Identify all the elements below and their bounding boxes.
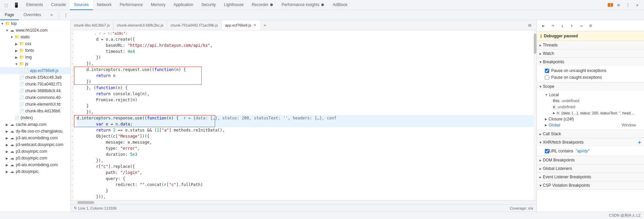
- tab-application[interactable]: Application: [169, 0, 197, 10]
- tab-recorder[interactable]: Recorder ⏺: [248, 0, 278, 10]
- source-tab-more[interactable]: »: [261, 20, 269, 30]
- paused-icon: ℹ: [540, 33, 542, 39]
- tree-item-chunk3[interactable]: 📄 chunk-3688b8c9.44.: [0, 87, 70, 94]
- event-listener-header[interactable]: ▶ Event Listener Breakpoints: [537, 173, 644, 181]
- pause-uncaught-row[interactable]: Pause on uncaught exceptions: [542, 67, 639, 74]
- step-btn[interactable]: →: [577, 22, 585, 30]
- scope-header[interactable]: ▼ Scope: [537, 82, 644, 90]
- vscroll-thumb[interactable]: [534, 34, 536, 54]
- tree-item-chunk5[interactable]: 📄 chunk-elementUI.fd:: [0, 101, 70, 108]
- tree-item-www[interactable]: ▼ ☁ www.hh1024.com: [0, 27, 70, 34]
- xhr-item-row[interactable]: URL contains "api/dy": [542, 148, 639, 154]
- scope-n-key: n:: [557, 111, 560, 115]
- tab-lighthouse[interactable]: Lighthouse: [220, 0, 248, 10]
- inspect-icon[interactable]: ⬚: [1, 0, 11, 10]
- dom-breakpoints-header[interactable]: ▶ DOM Breakpoints: [537, 156, 644, 164]
- watch-section: ▶ Watch: [537, 49, 644, 58]
- scope-this-row: this: undefined: [550, 98, 639, 104]
- tree-item-app-js[interactable]: 📄 app.ecf766e9.js: [0, 67, 70, 74]
- tree-item-chunk6[interactable]: 📄 chunk-libs.4d136b6: [0, 108, 70, 114]
- breakpoints-arrow: ▼: [539, 60, 541, 64]
- tab-memory[interactable]: Memory: [147, 0, 169, 10]
- threads-header[interactable]: ▶ Threads: [537, 41, 644, 49]
- local-scope-header[interactable]: ▼ Local: [542, 92, 639, 98]
- split-editor-btn[interactable]: ⊟: [526, 21, 534, 29]
- tab-console[interactable]: Console: [47, 0, 70, 10]
- file-icon-chunk5: 📄: [19, 102, 24, 107]
- more-options-btn[interactable]: ⋮: [62, 11, 70, 19]
- scope-n-row[interactable]: ▶ n: {data: {…}, status: 200, statusText…: [550, 110, 639, 116]
- source-tab-elementui[interactable]: chunk-elementUI.fd9fc2bc.js: [113, 20, 167, 30]
- hscroll-thumb[interactable]: [77, 201, 94, 204]
- tree-item-js[interactable]: ▼ 📁 js: [0, 61, 70, 67]
- csdn-footer-label: CSDN @局外人.LZ: [609, 213, 641, 218]
- step-out-btn[interactable]: ↑: [568, 22, 576, 30]
- settings-icon[interactable]: ⚙: [614, 1, 622, 9]
- xhr-add-btn[interactable]: +: [638, 139, 641, 145]
- device-icon[interactable]: 📱: [11, 0, 21, 10]
- source-tab-791[interactable]: chunk-791a0492.f71ac99b.js: [167, 20, 222, 30]
- call-stack-section: ▶ Call Stack: [537, 130, 644, 138]
- code-editor[interactable]: - - - - - - - - - - - - - - - - -: [71, 30, 536, 200]
- source-tab-close-app[interactable]: ✕: [252, 23, 257, 28]
- tree-item-chunk1[interactable]: 📄 chunk-1f34cc48.3a9: [0, 74, 70, 81]
- deactivate-btn[interactable]: ⊘: [587, 22, 595, 30]
- pause-caught-checkbox[interactable]: [545, 75, 549, 80]
- tree-label-p3web: p3-webcast.douyinpic.com: [16, 142, 63, 147]
- tree-item-amap[interactable]: ▶ ☁ cache.amap.com: [0, 121, 70, 128]
- tree-item-img[interactable]: ▶ 📁 img: [0, 54, 70, 61]
- step-into-btn[interactable]: ↓: [558, 22, 566, 30]
- breakpoints-header[interactable]: ▼ Breakpoints: [537, 58, 644, 66]
- tree-item-index[interactable]: 📄 (index): [0, 114, 70, 121]
- tab-adblock[interactable]: AdBlock: [329, 0, 352, 10]
- tree-item-p3web[interactable]: ▶ ☁ p3-webcast.douyinpic.com: [0, 141, 70, 148]
- closure-scope-header[interactable]: ▶ Closure (c24f): [542, 116, 639, 122]
- call-stack-header[interactable]: ▶ Call Stack: [537, 130, 644, 138]
- tab-perf-insights[interactable]: Performance insights ⏺: [278, 0, 329, 10]
- more-icon[interactable]: ⋮: [624, 1, 632, 9]
- global-listeners-arrow: ▶: [539, 167, 541, 171]
- xhr-url-checkbox[interactable]: [545, 149, 549, 153]
- tree-label-p5dou: p5.douyinpic.com: [16, 156, 47, 160]
- tree-item-static[interactable]: ▼ 📁 static: [0, 34, 70, 40]
- tree-item-chunk2[interactable]: 📄 chunk-791a0492.f71: [0, 81, 70, 87]
- tree-item-p6dou[interactable]: ▶ ☁ p6.douyinpic.: [0, 168, 70, 175]
- close-icon[interactable]: ✕: [633, 1, 641, 9]
- tab-security[interactable]: Security: [197, 0, 220, 10]
- global-listeners-header[interactable]: ▶ Global Listeners: [537, 165, 644, 173]
- tree-item-fonts[interactable]: ▶ 📁 fonts: [0, 47, 70, 54]
- global-scope-header[interactable]: ▶ Global Window: [542, 122, 639, 128]
- hscroll-bar[interactable]: [71, 200, 536, 204]
- code-line-4: timeout: 4e4: [77, 48, 534, 54]
- sub-tab-page[interactable]: Page: [0, 10, 19, 20]
- watch-header[interactable]: ▶ Watch: [537, 49, 644, 58]
- scope-e-val: undefined: [558, 105, 575, 109]
- watch-arrow: ▶: [539, 52, 541, 56]
- pause-caught-row[interactable]: Pause on caught exceptions: [542, 74, 639, 81]
- tab-network[interactable]: Network: [93, 0, 116, 10]
- source-tab-app[interactable]: app.ecf766e9.js ✕: [222, 20, 261, 30]
- tab-performance[interactable]: Performance: [116, 0, 147, 10]
- global-scope-arrow: ▶: [545, 123, 547, 127]
- sub-tab-more[interactable]: »: [46, 10, 57, 20]
- pause-uncaught-checkbox[interactable]: [545, 69, 549, 73]
- tab-sources[interactable]: Sources: [70, 0, 93, 10]
- sub-tab-overrides[interactable]: Overrides: [19, 10, 46, 20]
- xhr-breakpoints-header[interactable]: ▼ XHR/fetch Breakpoints +: [537, 138, 644, 146]
- vscroll-track[interactable]: [534, 30, 536, 200]
- tree-item-top[interactable]: ▼ 📁 top: [0, 20, 70, 27]
- tree-arrow-top: ▼: [0, 22, 5, 26]
- code-content[interactable]: , r = t("a18c") d = o.a.create({ baseURL…: [74, 30, 536, 200]
- tree-item-p3aio[interactable]: ▶ ☁ p3-aio.ecombdimg.com: [0, 135, 70, 141]
- tree-item-p6aio[interactable]: ▶ ☁ p6-aio.ecombdimg.com: [0, 161, 70, 168]
- resume-btn[interactable]: ►: [539, 22, 548, 30]
- tree-item-css[interactable]: ▶ 📁 css: [0, 40, 70, 47]
- tab-elements[interactable]: Elements: [22, 0, 47, 10]
- tree-item-p3dou[interactable]: ▶ ☁ p3.douyinpic.com: [0, 148, 70, 155]
- tree-item-chunk4[interactable]: 📄 chunk-commons.40-: [0, 94, 70, 101]
- csp-violation-header[interactable]: ▼ CSP Violation Breakpoints: [537, 181, 644, 189]
- step-over-btn[interactable]: ↷: [549, 22, 557, 30]
- source-tab-libs[interactable]: chunk-libs.4d136b7.js: [71, 20, 113, 30]
- tree-item-p5dou[interactable]: ▶ ☁ p5.douyinpic.com: [0, 155, 70, 161]
- tree-item-dy[interactable]: ▶ ☁ dy-file.oss-cn-zhangjiakou.: [0, 128, 70, 135]
